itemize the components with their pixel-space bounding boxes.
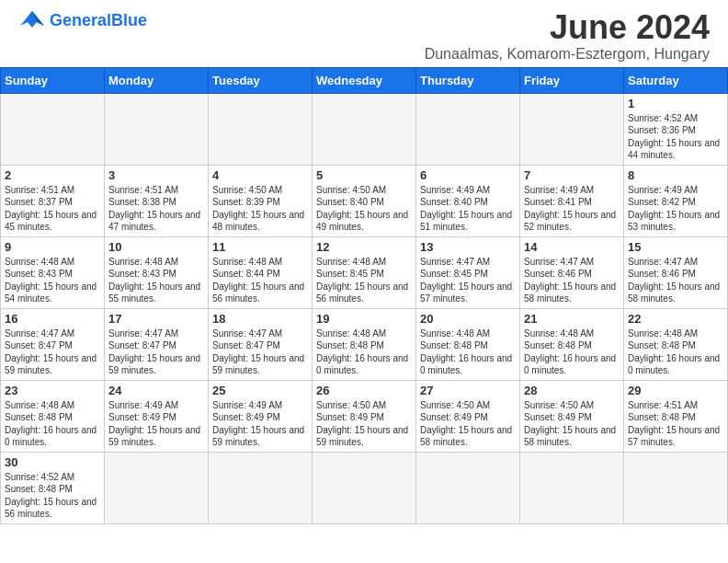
day-info: Sunrise: 4:52 AMSunset: 8:48 PMDaylight:… — [5, 471, 100, 521]
calendar-day-cell: 9Sunrise: 4:48 AMSunset: 8:43 PMDaylight… — [1, 236, 105, 308]
calendar-week-row: 9Sunrise: 4:48 AMSunset: 8:43 PMDaylight… — [1, 236, 728, 308]
logo-blue: Blue — [111, 11, 147, 29]
day-info: Sunrise: 4:47 AMSunset: 8:46 PMDaylight:… — [524, 256, 620, 305]
calendar-day-cell: 5Sunrise: 4:50 AMSunset: 8:40 PMDaylight… — [313, 165, 416, 236]
day-number: 14 — [524, 240, 620, 254]
calendar-day-cell: 18Sunrise: 4:47 AMSunset: 8:47 PMDayligh… — [209, 308, 313, 380]
day-info: Sunrise: 4:47 AMSunset: 8:47 PMDaylight:… — [212, 327, 308, 377]
day-info: Sunrise: 4:50 AMSunset: 8:49 PMDaylight:… — [420, 399, 516, 449]
calendar-day-cell: 28Sunrise: 4:50 AMSunset: 8:49 PMDayligh… — [520, 380, 624, 452]
calendar-day-cell: 11Sunrise: 4:48 AMSunset: 8:44 PMDayligh… — [209, 236, 313, 308]
calendar-table: Sunday Monday Tuesday Wednesday Thursday… — [0, 67, 728, 524]
calendar-week-row: 23Sunrise: 4:48 AMSunset: 8:48 PMDayligh… — [1, 380, 728, 452]
day-number: 6 — [420, 168, 516, 182]
calendar-week-row: 2Sunrise: 4:51 AMSunset: 8:37 PMDaylight… — [1, 165, 728, 236]
day-number: 10 — [108, 240, 204, 254]
day-number: 5 — [316, 168, 412, 182]
day-number: 9 — [5, 240, 100, 254]
calendar-day-cell — [624, 452, 728, 523]
calendar-day-cell: 29Sunrise: 4:51 AMSunset: 8:48 PMDayligh… — [624, 380, 728, 452]
day-info: Sunrise: 4:50 AMSunset: 8:39 PMDaylight:… — [212, 184, 308, 234]
day-info: Sunrise: 4:48 AMSunset: 8:44 PMDaylight:… — [212, 256, 308, 305]
col-saturday: Saturday — [624, 67, 728, 93]
logo: GeneralBlue — [18, 9, 147, 31]
day-info: Sunrise: 4:50 AMSunset: 8:49 PMDaylight:… — [524, 399, 620, 449]
calendar-day-cell — [313, 452, 416, 523]
day-number: 11 — [212, 240, 308, 254]
calendar-week-row: 1Sunrise: 4:52 AMSunset: 8:36 PMDaylight… — [1, 93, 728, 165]
calendar-day-cell: 17Sunrise: 4:47 AMSunset: 8:47 PMDayligh… — [105, 308, 209, 380]
day-info: Sunrise: 4:47 AMSunset: 8:45 PMDaylight:… — [420, 256, 516, 305]
day-info: Sunrise: 4:49 AMSunset: 8:49 PMDaylight:… — [212, 399, 308, 449]
day-info: Sunrise: 4:49 AMSunset: 8:49 PMDaylight:… — [108, 399, 204, 449]
day-number: 16 — [5, 312, 100, 326]
day-info: Sunrise: 4:51 AMSunset: 8:37 PMDaylight:… — [5, 184, 100, 234]
calendar-day-cell — [105, 93, 209, 165]
day-info: Sunrise: 4:47 AMSunset: 8:47 PMDaylight:… — [5, 327, 100, 377]
month-year-title: June 2024 — [425, 9, 710, 46]
day-number: 4 — [212, 168, 308, 182]
day-info: Sunrise: 4:48 AMSunset: 8:43 PMDaylight:… — [108, 256, 204, 305]
calendar-day-cell: 26Sunrise: 4:50 AMSunset: 8:49 PMDayligh… — [313, 380, 416, 452]
col-tuesday: Tuesday — [209, 67, 313, 93]
day-number: 26 — [316, 384, 412, 397]
day-info: Sunrise: 4:50 AMSunset: 8:40 PMDaylight:… — [316, 184, 412, 234]
col-friday: Friday — [520, 67, 624, 93]
day-info: Sunrise: 4:47 AMSunset: 8:46 PMDaylight:… — [628, 256, 723, 305]
day-number: 8 — [628, 168, 723, 182]
calendar-day-cell: 23Sunrise: 4:48 AMSunset: 8:48 PMDayligh… — [1, 380, 105, 452]
calendar-day-cell: 16Sunrise: 4:47 AMSunset: 8:47 PMDayligh… — [1, 308, 105, 380]
page-header: GeneralBlue June 2024 Dunaalmas, Komarom… — [0, 0, 728, 67]
day-info: Sunrise: 4:51 AMSunset: 8:48 PMDaylight:… — [628, 399, 723, 449]
calendar-day-cell: 24Sunrise: 4:49 AMSunset: 8:49 PMDayligh… — [105, 380, 209, 452]
day-info: Sunrise: 4:48 AMSunset: 8:48 PMDaylight:… — [5, 399, 100, 449]
day-info: Sunrise: 4:48 AMSunset: 8:45 PMDaylight:… — [316, 256, 412, 305]
day-number: 28 — [524, 384, 620, 397]
calendar-day-cell: 22Sunrise: 4:48 AMSunset: 8:48 PMDayligh… — [624, 308, 728, 380]
calendar-day-cell: 20Sunrise: 4:48 AMSunset: 8:48 PMDayligh… — [416, 308, 520, 380]
day-info: Sunrise: 4:52 AMSunset: 8:36 PMDaylight:… — [628, 112, 723, 162]
calendar-day-cell — [520, 452, 624, 523]
calendar-day-cell: 14Sunrise: 4:47 AMSunset: 8:46 PMDayligh… — [520, 236, 624, 308]
calendar-day-cell — [209, 452, 313, 523]
calendar-header-row: Sunday Monday Tuesday Wednesday Thursday… — [1, 67, 728, 93]
day-info: Sunrise: 4:48 AMSunset: 8:48 PMDaylight:… — [524, 327, 620, 377]
day-info: Sunrise: 4:51 AMSunset: 8:38 PMDaylight:… — [108, 184, 204, 234]
calendar-day-cell — [105, 452, 209, 523]
calendar-day-cell: 6Sunrise: 4:49 AMSunset: 8:40 PMDaylight… — [416, 165, 520, 236]
day-number: 23 — [5, 384, 100, 397]
day-info: Sunrise: 4:50 AMSunset: 8:49 PMDaylight:… — [316, 399, 412, 449]
calendar-day-cell: 15Sunrise: 4:47 AMSunset: 8:46 PMDayligh… — [624, 236, 728, 308]
col-sunday: Sunday — [1, 67, 105, 93]
day-number: 21 — [524, 312, 620, 326]
calendar-day-cell: 10Sunrise: 4:48 AMSunset: 8:43 PMDayligh… — [105, 236, 209, 308]
day-number: 30 — [5, 455, 100, 469]
calendar-day-cell: 12Sunrise: 4:48 AMSunset: 8:45 PMDayligh… — [313, 236, 416, 308]
calendar-day-cell: 19Sunrise: 4:48 AMSunset: 8:48 PMDayligh… — [313, 308, 416, 380]
day-info: Sunrise: 4:48 AMSunset: 8:48 PMDaylight:… — [316, 327, 412, 377]
day-number: 17 — [108, 312, 204, 326]
calendar-day-cell: 1Sunrise: 4:52 AMSunset: 8:36 PMDaylight… — [624, 93, 728, 165]
day-number: 27 — [420, 384, 516, 397]
day-number: 12 — [316, 240, 412, 254]
col-wednesday: Wednesday — [313, 67, 416, 93]
day-info: Sunrise: 4:49 AMSunset: 8:42 PMDaylight:… — [628, 184, 723, 234]
calendar-day-cell — [209, 93, 313, 165]
day-number: 29 — [628, 384, 723, 397]
day-info: Sunrise: 4:49 AMSunset: 8:40 PMDaylight:… — [420, 184, 516, 234]
logo-general: General — [50, 11, 111, 29]
day-info: Sunrise: 4:47 AMSunset: 8:47 PMDaylight:… — [108, 327, 204, 377]
calendar-day-cell: 7Sunrise: 4:49 AMSunset: 8:41 PMDaylight… — [520, 165, 624, 236]
col-monday: Monday — [105, 67, 209, 93]
day-number: 13 — [420, 240, 516, 254]
col-thursday: Thursday — [416, 67, 520, 93]
page-container: GeneralBlue June 2024 Dunaalmas, Komarom… — [0, 0, 728, 524]
calendar-week-row: 30Sunrise: 4:52 AMSunset: 8:48 PMDayligh… — [1, 452, 728, 523]
calendar-day-cell: 2Sunrise: 4:51 AMSunset: 8:37 PMDaylight… — [1, 165, 105, 236]
day-info: Sunrise: 4:49 AMSunset: 8:41 PMDaylight:… — [524, 184, 620, 234]
calendar-day-cell — [313, 93, 416, 165]
calendar-day-cell: 21Sunrise: 4:48 AMSunset: 8:48 PMDayligh… — [520, 308, 624, 380]
calendar-day-cell: 27Sunrise: 4:50 AMSunset: 8:49 PMDayligh… — [416, 380, 520, 452]
day-number: 15 — [628, 240, 723, 254]
day-number: 22 — [628, 312, 723, 326]
